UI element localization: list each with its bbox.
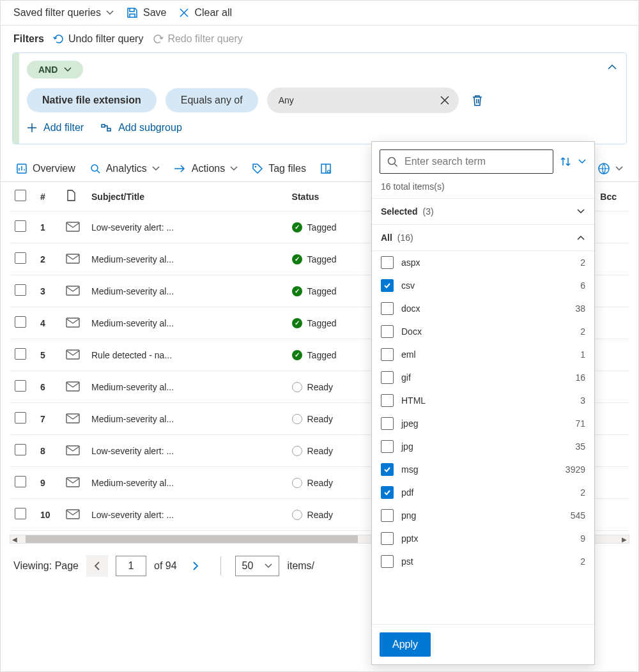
selected-section-header[interactable]: Selected (3) [372, 199, 594, 225]
dropdown-item[interactable]: eml 1 [372, 343, 594, 366]
dropdown-item-checkbox[interactable] [381, 256, 394, 269]
clear-all-button[interactable]: Clear all [179, 7, 232, 19]
value-pill[interactable]: Any [267, 88, 459, 113]
dropdown-item-checkbox[interactable] [381, 509, 394, 522]
col-subject[interactable]: Subject/Title [86, 182, 287, 211]
row-status: Tagged [307, 286, 337, 296]
dropdown-item-checkbox[interactable] [381, 371, 394, 384]
dropdown-item[interactable]: msg 3929 [372, 458, 594, 481]
dropdown-item-label: pst [401, 556, 413, 567]
subgroup-icon [100, 123, 112, 133]
dropdown-item-label: csv [401, 280, 415, 291]
checkmark-icon: ✓ [292, 222, 302, 233]
mail-icon [66, 477, 79, 486]
all-count: (16) [397, 233, 413, 243]
page-number-input[interactable]: 1 [116, 556, 146, 576]
dropdown-item-count: 1 [580, 349, 585, 360]
select-all-checkbox[interactable] [15, 190, 26, 201]
row-checkbox[interactable] [15, 444, 26, 455]
redo-icon [152, 33, 164, 45]
dropdown-item-checkbox[interactable] [381, 325, 394, 338]
scroll-left-arrow[interactable]: ◀ [10, 535, 19, 543]
tag-files-tab[interactable]: Tag files [252, 163, 306, 174]
field-pill[interactable]: Native file extension [27, 88, 157, 112]
dropdown-item[interactable]: docx 38 [372, 297, 594, 320]
dropdown-item[interactable]: jpeg 71 [372, 412, 594, 435]
apply-button[interactable]: Apply [380, 632, 431, 657]
page-size-value: 50 [242, 560, 254, 572]
col-number[interactable]: # [35, 182, 61, 211]
add-subgroup-button[interactable]: Add subgroup [100, 122, 182, 134]
add-subgroup-label: Add subgroup [118, 122, 182, 134]
scroll-right-arrow[interactable]: ▶ [620, 535, 629, 543]
file-type-icon [66, 190, 76, 201]
split-view-button[interactable] [320, 163, 332, 174]
dropdown-item-checkbox[interactable] [381, 486, 394, 499]
dropdown-search-box[interactable] [380, 149, 553, 174]
dropdown-item-checkbox[interactable] [381, 279, 394, 292]
row-checkbox[interactable] [15, 252, 26, 264]
dropdown-item[interactable]: aspx 2 [372, 251, 594, 274]
chevron-down-icon[interactable] [578, 157, 587, 166]
dropdown-item[interactable]: png 545 [372, 504, 594, 527]
row-number: 7 [35, 403, 61, 435]
dropdown-item-checkbox[interactable] [381, 440, 394, 453]
search-icon [387, 156, 398, 167]
dropdown-item[interactable]: pst 2 [372, 550, 594, 573]
dropdown-item-count: 35 [575, 441, 585, 452]
collapse-query-button[interactable] [607, 62, 617, 74]
row-checkbox[interactable] [15, 380, 26, 392]
add-filter-button[interactable]: Add filter [27, 122, 84, 134]
dropdown-item[interactable]: csv 6 [372, 274, 594, 297]
circle-icon [292, 446, 302, 456]
locale-button[interactable] [597, 162, 623, 175]
row-number: 9 [35, 467, 61, 499]
next-page-button[interactable] [185, 555, 206, 577]
dropdown-item-checkbox[interactable] [381, 463, 394, 476]
dropdown-item[interactable]: pdf 2 [372, 481, 594, 504]
dropdown-item[interactable]: Docx 2 [372, 320, 594, 343]
row-checkbox[interactable] [15, 220, 26, 232]
mail-icon [66, 254, 79, 263]
dropdown-item[interactable]: jpg 35 [372, 435, 594, 458]
svg-rect-11 [66, 382, 79, 391]
dropdown-item-checkbox[interactable] [381, 555, 394, 568]
chevron-down-icon [106, 9, 114, 17]
dropdown-item-count: 38 [575, 303, 585, 314]
dropdown-item[interactable]: gif 16 [372, 366, 594, 389]
dropdown-search-input[interactable] [403, 155, 546, 168]
sort-icon[interactable] [560, 156, 571, 167]
tag-files-tab-label: Tag files [268, 163, 306, 174]
dropdown-item-checkbox[interactable] [381, 394, 394, 407]
undo-filter-button[interactable]: Undo filter query [53, 33, 143, 45]
page-size-dropdown[interactable]: 50 [235, 556, 280, 576]
delete-filter-button[interactable] [472, 94, 483, 107]
mail-icon [66, 509, 79, 518]
row-checkbox[interactable] [15, 508, 26, 519]
clear-value-button[interactable] [433, 89, 456, 112]
operator-pill[interactable]: Equals any of [166, 88, 258, 112]
all-section-header[interactable]: All (16) [372, 225, 594, 251]
dropdown-item-checkbox[interactable] [381, 532, 394, 545]
saved-filter-queries-dropdown[interactable]: Saved filter queries [13, 7, 114, 19]
row-checkbox[interactable] [15, 284, 26, 296]
dropdown-item-checkbox[interactable] [381, 417, 394, 430]
row-checkbox[interactable] [15, 476, 26, 487]
and-operator-pill[interactable]: AND [27, 61, 83, 79]
dropdown-item-checkbox[interactable] [381, 302, 394, 315]
actions-tab[interactable]: Actions [174, 163, 238, 174]
dropdown-item[interactable]: pptx 9 [372, 527, 594, 550]
dropdown-item-count: 6 [580, 280, 585, 291]
row-checkbox[interactable] [15, 412, 26, 424]
row-status: Ready [307, 478, 333, 488]
close-icon [440, 96, 449, 105]
scroll-thumb[interactable] [26, 535, 358, 543]
overview-tab[interactable]: Overview [16, 163, 75, 174]
dropdown-item-checkbox[interactable] [381, 348, 394, 361]
save-button[interactable]: Save [127, 7, 166, 19]
dropdown-item[interactable]: HTML 3 [372, 389, 594, 412]
row-checkbox[interactable] [15, 316, 26, 328]
prev-page-button[interactable] [86, 555, 108, 577]
analytics-tab[interactable]: Analytics [89, 163, 160, 174]
row-checkbox[interactable] [15, 348, 26, 360]
